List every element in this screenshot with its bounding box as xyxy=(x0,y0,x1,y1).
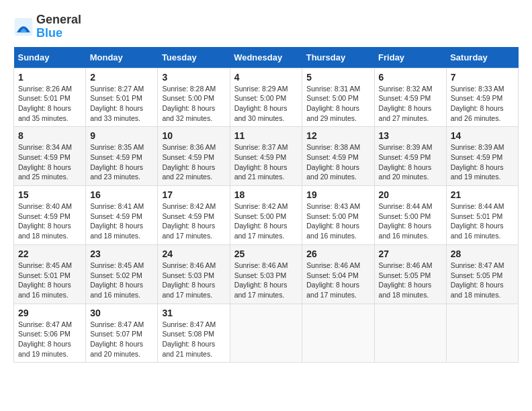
day-info: Sunrise: 8:46 AM Sunset: 5:04 PM Dayligh… xyxy=(306,261,369,300)
calendar-week-row: 29 Sunrise: 8:47 AM Sunset: 5:06 PM Dayl… xyxy=(14,304,519,363)
day-info: Sunrise: 8:45 AM Sunset: 5:02 PM Dayligh… xyxy=(90,261,153,300)
day-info: Sunrise: 8:39 AM Sunset: 4:59 PM Dayligh… xyxy=(451,142,514,182)
day-number: 26 xyxy=(306,248,369,259)
calendar-cell: 18 Sunrise: 8:42 AM Sunset: 5:00 PM Dayl… xyxy=(230,186,302,245)
calendar-table: SundayMondayTuesdayWednesdayThursdayFrid… xyxy=(13,47,519,363)
weekday-header: Friday xyxy=(374,47,446,68)
calendar-cell: 1 Sunrise: 8:26 AM Sunset: 5:01 PM Dayli… xyxy=(14,68,86,127)
calendar-header: SundayMondayTuesdayWednesdayThursdayFrid… xyxy=(14,47,519,68)
day-info: Sunrise: 8:47 AM Sunset: 5:06 PM Dayligh… xyxy=(18,320,81,359)
day-number: 17 xyxy=(162,189,225,200)
calendar-cell: 22 Sunrise: 8:45 AM Sunset: 5:01 PM Dayl… xyxy=(14,244,86,304)
weekday-header: Thursday xyxy=(302,47,374,68)
day-info: Sunrise: 8:33 AM Sunset: 4:59 PM Dayligh… xyxy=(451,84,514,124)
day-number: 27 xyxy=(379,248,442,259)
calendar-cell: 2 Sunrise: 8:27 AM Sunset: 5:01 PM Dayli… xyxy=(86,68,158,127)
day-number: 5 xyxy=(306,72,369,83)
calendar-cell: 31 Sunrise: 8:47 AM Sunset: 5:08 PM Dayl… xyxy=(158,304,230,363)
day-number: 20 xyxy=(379,189,442,200)
day-number: 4 xyxy=(234,72,298,83)
day-info: Sunrise: 8:46 AM Sunset: 5:05 PM Dayligh… xyxy=(379,261,442,300)
calendar-cell: 10 Sunrise: 8:36 AM Sunset: 4:59 PM Dayl… xyxy=(158,127,230,186)
day-info: Sunrise: 8:37 AM Sunset: 4:59 PM Dayligh… xyxy=(234,142,298,182)
calendar-cell: 8 Sunrise: 8:34 AM Sunset: 4:59 PM Dayli… xyxy=(14,127,86,186)
day-number: 25 xyxy=(234,248,298,259)
day-number: 13 xyxy=(379,130,442,141)
calendar-week-row: 8 Sunrise: 8:34 AM Sunset: 4:59 PM Dayli… xyxy=(14,127,519,186)
day-number: 2 xyxy=(90,72,153,83)
calendar-cell: 4 Sunrise: 8:29 AM Sunset: 5:00 PM Dayli… xyxy=(230,68,302,127)
calendar-week-row: 22 Sunrise: 8:45 AM Sunset: 5:01 PM Dayl… xyxy=(14,244,519,304)
calendar-cell: 24 Sunrise: 8:46 AM Sunset: 5:03 PM Dayl… xyxy=(158,244,230,304)
day-number: 24 xyxy=(162,248,225,259)
calendar-week-row: 1 Sunrise: 8:26 AM Sunset: 5:01 PM Dayli… xyxy=(14,68,519,127)
logo-text: General Blue xyxy=(36,13,81,40)
day-number: 23 xyxy=(90,248,153,259)
calendar-cell: 30 Sunrise: 8:47 AM Sunset: 5:07 PM Dayl… xyxy=(86,304,158,363)
day-info: Sunrise: 8:28 AM Sunset: 5:00 PM Dayligh… xyxy=(162,84,225,124)
day-info: Sunrise: 8:26 AM Sunset: 5:01 PM Dayligh… xyxy=(18,84,81,124)
day-info: Sunrise: 8:46 AM Sunset: 5:03 PM Dayligh… xyxy=(162,261,225,300)
weekday-header: Sunday xyxy=(14,47,86,68)
calendar-week-row: 15 Sunrise: 8:40 AM Sunset: 4:59 PM Dayl… xyxy=(14,186,519,245)
calendar-cell xyxy=(446,304,518,363)
day-info: Sunrise: 8:46 AM Sunset: 5:03 PM Dayligh… xyxy=(234,261,298,300)
day-info: Sunrise: 8:42 AM Sunset: 4:59 PM Dayligh… xyxy=(162,201,225,241)
weekday-header: Tuesday xyxy=(158,47,230,68)
weekday-header: Wednesday xyxy=(230,47,302,68)
calendar-cell: 25 Sunrise: 8:46 AM Sunset: 5:03 PM Dayl… xyxy=(230,244,302,304)
calendar-cell: 26 Sunrise: 8:46 AM Sunset: 5:04 PM Dayl… xyxy=(302,244,374,304)
day-number: 12 xyxy=(306,130,369,141)
day-number: 31 xyxy=(162,308,225,318)
calendar-cell: 17 Sunrise: 8:42 AM Sunset: 4:59 PM Dayl… xyxy=(158,186,230,245)
day-info: Sunrise: 8:36 AM Sunset: 4:59 PM Dayligh… xyxy=(162,142,225,182)
calendar-cell xyxy=(374,304,446,363)
day-info: Sunrise: 8:38 AM Sunset: 4:59 PM Dayligh… xyxy=(306,142,369,182)
page-header: General Blue xyxy=(13,13,519,40)
day-info: Sunrise: 8:47 AM Sunset: 5:08 PM Dayligh… xyxy=(162,320,225,359)
calendar-cell: 12 Sunrise: 8:38 AM Sunset: 4:59 PM Dayl… xyxy=(302,127,374,186)
calendar-cell: 15 Sunrise: 8:40 AM Sunset: 4:59 PM Dayl… xyxy=(14,186,86,245)
day-number: 29 xyxy=(18,308,81,318)
day-number: 18 xyxy=(234,189,298,200)
day-number: 15 xyxy=(18,189,81,200)
day-info: Sunrise: 8:47 AM Sunset: 5:05 PM Dayligh… xyxy=(451,261,514,300)
calendar-cell: 6 Sunrise: 8:32 AM Sunset: 4:59 PM Dayli… xyxy=(374,68,446,127)
day-info: Sunrise: 8:44 AM Sunset: 5:01 PM Dayligh… xyxy=(451,201,514,241)
day-info: Sunrise: 8:29 AM Sunset: 5:00 PM Dayligh… xyxy=(234,84,298,124)
day-number: 3 xyxy=(162,72,225,83)
day-number: 14 xyxy=(451,130,514,141)
day-number: 8 xyxy=(18,130,81,141)
day-number: 6 xyxy=(379,72,442,83)
calendar-cell: 19 Sunrise: 8:43 AM Sunset: 5:00 PM Dayl… xyxy=(302,186,374,245)
calendar-body: 1 Sunrise: 8:26 AM Sunset: 5:01 PM Dayli… xyxy=(14,68,519,363)
calendar-cell: 28 Sunrise: 8:47 AM Sunset: 5:05 PM Dayl… xyxy=(446,244,518,304)
calendar-cell: 14 Sunrise: 8:39 AM Sunset: 4:59 PM Dayl… xyxy=(446,127,518,186)
calendar-cell: 5 Sunrise: 8:31 AM Sunset: 5:00 PM Dayli… xyxy=(302,68,374,127)
day-info: Sunrise: 8:47 AM Sunset: 5:07 PM Dayligh… xyxy=(90,320,153,359)
calendar-cell: 13 Sunrise: 8:39 AM Sunset: 4:59 PM Dayl… xyxy=(374,127,446,186)
day-info: Sunrise: 8:41 AM Sunset: 4:59 PM Dayligh… xyxy=(90,201,153,241)
day-info: Sunrise: 8:31 AM Sunset: 5:00 PM Dayligh… xyxy=(306,84,369,124)
day-info: Sunrise: 8:27 AM Sunset: 5:01 PM Dayligh… xyxy=(90,84,153,124)
weekday-header: Monday xyxy=(86,47,158,68)
calendar-cell xyxy=(302,304,374,363)
day-info: Sunrise: 8:45 AM Sunset: 5:01 PM Dayligh… xyxy=(18,261,81,300)
calendar-cell: 29 Sunrise: 8:47 AM Sunset: 5:06 PM Dayl… xyxy=(14,304,86,363)
day-info: Sunrise: 8:44 AM Sunset: 5:00 PM Dayligh… xyxy=(379,201,442,241)
day-number: 28 xyxy=(451,248,514,259)
weekday-header: Saturday xyxy=(446,47,518,68)
day-number: 1 xyxy=(18,72,81,83)
calendar-cell: 7 Sunrise: 8:33 AM Sunset: 4:59 PM Dayli… xyxy=(446,68,518,127)
logo-icon xyxy=(13,17,34,37)
day-number: 7 xyxy=(451,72,514,83)
calendar-cell: 21 Sunrise: 8:44 AM Sunset: 5:01 PM Dayl… xyxy=(446,186,518,245)
calendar-cell: 23 Sunrise: 8:45 AM Sunset: 5:02 PM Dayl… xyxy=(86,244,158,304)
day-info: Sunrise: 8:43 AM Sunset: 5:00 PM Dayligh… xyxy=(306,201,369,241)
day-number: 30 xyxy=(90,308,153,318)
calendar-cell: 20 Sunrise: 8:44 AM Sunset: 5:00 PM Dayl… xyxy=(374,186,446,245)
day-info: Sunrise: 8:34 AM Sunset: 4:59 PM Dayligh… xyxy=(18,142,81,182)
day-number: 19 xyxy=(306,189,369,200)
day-info: Sunrise: 8:39 AM Sunset: 4:59 PM Dayligh… xyxy=(379,142,442,182)
day-number: 11 xyxy=(234,130,298,141)
